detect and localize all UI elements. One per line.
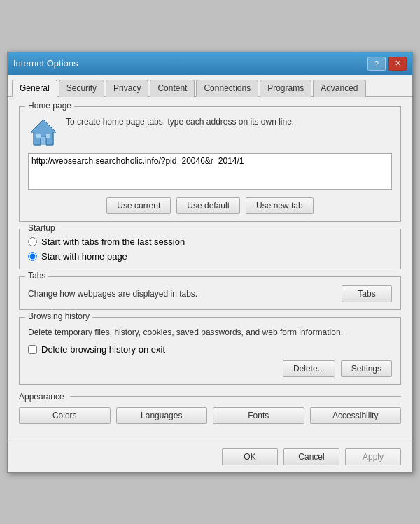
bottom-bar: OK Cancel Apply bbox=[8, 441, 412, 472]
home-page-content: To create home page tabs, type each addr… bbox=[28, 113, 392, 214]
title-bar-left: Internet Options bbox=[13, 58, 78, 69]
appearance-buttons: Colors Languages Fonts Accessibility bbox=[19, 407, 401, 424]
content-wrapper: Home page To create home page tabs, type… bbox=[19, 106, 401, 424]
tabs-group: Tabs Change how webpages are displayed i… bbox=[19, 276, 401, 310]
tab-general[interactable]: General bbox=[12, 80, 57, 97]
startup-option1-label: Start with tabs from the last session bbox=[41, 236, 185, 247]
startup-option1[interactable]: Start with tabs from the last session bbox=[28, 236, 392, 247]
languages-button[interactable]: Languages bbox=[116, 407, 208, 424]
delete-history-checkbox-row: Delete browsing history on exit bbox=[28, 344, 392, 355]
accessibility-button[interactable]: Accessibility bbox=[310, 407, 402, 424]
startup-radio-1[interactable] bbox=[28, 237, 37, 246]
browsing-history-legend: Browsing history bbox=[25, 311, 92, 321]
svg-rect-1 bbox=[41, 136, 46, 145]
history-buttons: Delete... Settings bbox=[28, 360, 392, 377]
startup-content: Start with tabs from the last session St… bbox=[28, 235, 392, 262]
tab-privacy[interactable]: Privacy bbox=[106, 80, 148, 97]
use-default-button[interactable]: Use default bbox=[176, 197, 240, 214]
fonts-button[interactable]: Fonts bbox=[213, 407, 304, 424]
settings-button[interactable]: Settings bbox=[341, 360, 392, 377]
tabs-content: Change how webpages are displayed in tab… bbox=[28, 283, 392, 302]
use-current-button[interactable]: Use current bbox=[106, 197, 171, 214]
apply-button[interactable]: Apply bbox=[345, 448, 401, 465]
svg-rect-3 bbox=[36, 134, 41, 138]
delete-history-checkbox[interactable] bbox=[28, 345, 37, 354]
window-title: Internet Options bbox=[13, 58, 78, 69]
startup-group: Startup Start with tabs from the last se… bbox=[19, 229, 401, 269]
history-description: Delete temporary files, history, cookies… bbox=[28, 326, 392, 339]
appearance-legend: Appearance bbox=[19, 392, 64, 402]
startup-option2[interactable]: Start with home page bbox=[28, 251, 392, 262]
tab-programs[interactable]: Programs bbox=[260, 80, 312, 97]
home-page-group: Home page To create home page tabs, type… bbox=[19, 106, 401, 222]
appearance-divider bbox=[70, 396, 401, 397]
title-bar-buttons: ? ✕ bbox=[368, 57, 407, 71]
home-page-legend: Home page bbox=[25, 101, 74, 111]
tab-connections[interactable]: Connections bbox=[196, 80, 258, 97]
tabs-legend: Tabs bbox=[25, 271, 48, 281]
tab-bar: General Security Privacy Content Connect… bbox=[8, 75, 412, 97]
tabs-description: Change how webpages are displayed in tab… bbox=[28, 289, 197, 299]
startup-radio-2[interactable] bbox=[28, 252, 37, 261]
homepage-description: To create home page tabs, type each addr… bbox=[66, 115, 294, 128]
internet-options-window: Internet Options ? ✕ General Security Pr… bbox=[7, 52, 413, 473]
tabs-button[interactable]: Tabs bbox=[342, 285, 392, 302]
homepage-url-input[interactable] bbox=[28, 153, 392, 190]
browsing-history-group: Browsing history Delete temporary files,… bbox=[19, 317, 401, 385]
tab-content[interactable]: Content bbox=[150, 80, 195, 97]
close-button[interactable]: ✕ bbox=[388, 57, 407, 71]
startup-legend: Startup bbox=[25, 223, 58, 233]
delete-button[interactable]: Delete... bbox=[283, 360, 335, 377]
tab-security[interactable]: Security bbox=[59, 80, 104, 97]
homepage-top: To create home page tabs, type each addr… bbox=[28, 115, 392, 148]
content-area: Home page To create home page tabs, type… bbox=[8, 97, 412, 441]
appearance-section: Appearance Colors Languages Fonts Access… bbox=[19, 392, 401, 424]
help-button[interactable]: ? bbox=[368, 57, 386, 71]
title-bar: Internet Options ? ✕ bbox=[8, 52, 412, 75]
delete-history-label: Delete browsing history on exit bbox=[41, 344, 165, 355]
cancel-button[interactable]: Cancel bbox=[284, 448, 340, 465]
ok-button[interactable]: OK bbox=[222, 448, 278, 465]
tab-advanced[interactable]: Advanced bbox=[313, 80, 365, 97]
browsing-history-content: Delete temporary files, history, cookies… bbox=[28, 323, 392, 377]
svg-rect-4 bbox=[46, 134, 50, 138]
homepage-buttons: Use current Use default Use new tab bbox=[28, 197, 392, 214]
use-new-tab-button[interactable]: Use new tab bbox=[246, 197, 314, 214]
appearance-header: Appearance bbox=[19, 392, 401, 402]
startup-option2-label: Start with home page bbox=[41, 251, 127, 262]
house-icon bbox=[28, 117, 59, 148]
colors-button[interactable]: Colors bbox=[19, 407, 111, 424]
